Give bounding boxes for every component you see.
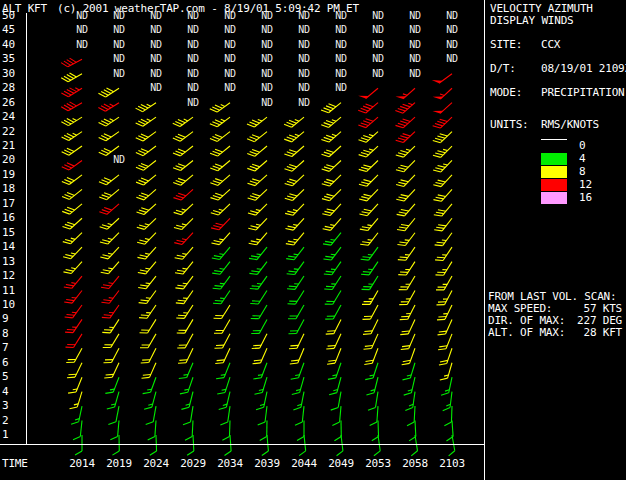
wind-barb <box>364 348 378 364</box>
wind-barb <box>251 305 267 319</box>
wind-barb <box>287 262 304 275</box>
wind-barb <box>285 218 304 230</box>
wind-barb <box>70 392 82 409</box>
wind-barb <box>137 233 156 245</box>
wind-barb <box>396 132 415 143</box>
wind-barb <box>396 175 415 187</box>
wind-barb <box>362 305 378 319</box>
wind-barb <box>176 305 193 318</box>
time-label: 2024 <box>141 457 171 470</box>
wind-barb <box>288 305 304 319</box>
wind-barb <box>174 218 193 229</box>
wind-barb <box>211 204 230 215</box>
wind-barb <box>249 262 267 275</box>
wind-barb <box>136 175 156 185</box>
wind-barb <box>321 132 341 142</box>
wind-barb <box>210 132 230 142</box>
wind-barb <box>322 146 341 157</box>
time-label: 2058 <box>400 457 430 470</box>
nd-label: ND <box>150 24 162 35</box>
nd-label: ND <box>150 82 162 93</box>
time-axis-line <box>0 444 484 445</box>
wind-barb <box>100 233 119 244</box>
site-label: SITE: <box>490 38 522 51</box>
wind-barb <box>144 392 156 410</box>
nd-label: ND <box>261 97 273 108</box>
wind-barb <box>210 117 230 127</box>
wind-barb <box>433 117 452 128</box>
wind-barb <box>136 117 156 126</box>
wind-barb <box>262 435 269 456</box>
wind-barb <box>397 218 415 230</box>
wind-barb <box>174 233 193 245</box>
wind-barb <box>173 146 193 156</box>
legend-row: 16 <box>541 191 592 204</box>
wind-barb <box>63 247 82 259</box>
legend-swatch <box>541 166 567 178</box>
wind-barb <box>358 103 378 113</box>
wind-barb <box>359 175 378 186</box>
datetime-label: D/T: <box>490 62 516 75</box>
wind-barb <box>177 334 193 348</box>
wind-barb <box>175 262 193 274</box>
nd-label: ND <box>76 24 88 35</box>
wind-barb <box>137 218 156 229</box>
wind-barb <box>173 132 193 142</box>
nd-label: ND <box>298 68 310 79</box>
wind-barb <box>173 117 193 126</box>
panel-title-line2: DISPLAY WINDS <box>490 14 574 27</box>
wind-barb <box>361 262 378 275</box>
nd-label: ND <box>224 53 236 64</box>
wind-barb <box>99 132 119 141</box>
nd-label: ND <box>187 10 199 21</box>
wind-barb <box>437 305 452 320</box>
nd-label: ND <box>187 24 199 35</box>
wind-barb <box>143 377 156 393</box>
wind-barb <box>402 348 415 364</box>
nd-label: ND <box>298 24 310 35</box>
wind-barb <box>219 392 230 410</box>
wind-barb <box>323 247 341 260</box>
wind-barb <box>248 204 267 215</box>
wind-barb <box>358 117 378 127</box>
wind-barb <box>248 175 267 186</box>
wind-barb <box>173 175 193 185</box>
wind-barb <box>138 262 156 274</box>
wind-barb <box>399 291 415 305</box>
wind-barb <box>99 175 119 185</box>
wind-barb <box>326 319 341 334</box>
wind-barb <box>360 218 378 230</box>
nd-label: ND <box>76 39 88 50</box>
legend-swatch <box>541 192 567 204</box>
wind-barb <box>401 334 415 350</box>
wind-barb <box>322 175 341 186</box>
wind-barb <box>212 247 230 259</box>
wind-barb <box>62 132 82 141</box>
legend-value: 12 <box>579 178 592 191</box>
wind-barb <box>64 276 82 288</box>
wind-barb <box>103 348 119 362</box>
info-panel: VELOCITY AZIMUTH DISPLAY WINDS SITE: CCX… <box>484 0 626 480</box>
wind-barb <box>323 218 341 230</box>
wind-barb <box>63 218 82 229</box>
nd-label: ND <box>187 82 199 93</box>
nd-label: ND <box>372 24 384 35</box>
wind-barb <box>358 88 378 98</box>
nd-label: ND <box>113 10 125 21</box>
nd-label: ND <box>372 53 384 64</box>
wind-barb <box>179 363 193 379</box>
wind-barb <box>177 319 193 333</box>
nd-label: ND <box>224 24 236 35</box>
wind-barb <box>62 146 82 155</box>
wind-barb <box>213 291 230 304</box>
nd-label: ND <box>335 24 347 35</box>
wind-barb <box>61 73 82 82</box>
legend-row: 12 <box>541 178 592 191</box>
wind-barb <box>327 348 341 364</box>
nd-label: ND <box>113 53 125 64</box>
wind-barb <box>285 175 304 186</box>
wind-barb <box>288 291 304 305</box>
wind-barb <box>399 276 415 290</box>
nd-label: ND <box>372 39 384 50</box>
wind-barb <box>396 146 415 157</box>
